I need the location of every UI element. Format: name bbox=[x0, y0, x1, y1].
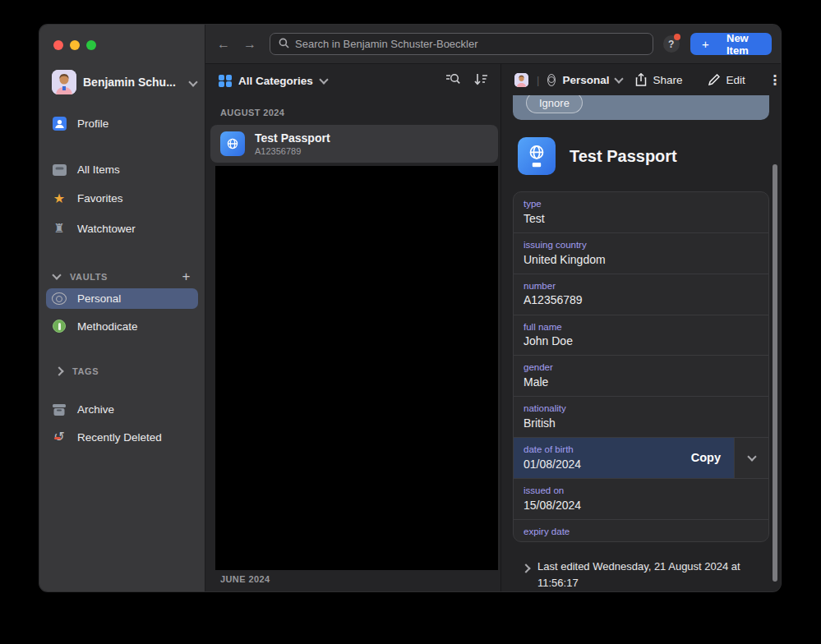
sidebar-item-recently-deleted[interactable]: ↺ Recently Deleted bbox=[46, 426, 198, 448]
search-input[interactable]: Search in Benjamin Schuster-Boeckler bbox=[270, 33, 653, 55]
share-button[interactable]: Share bbox=[635, 73, 682, 86]
scrollbar-thumb[interactable] bbox=[773, 164, 777, 582]
more-options-button[interactable]: ⋮ bbox=[768, 72, 781, 88]
field-value: Test bbox=[524, 211, 759, 226]
vault-label: Methodicate bbox=[77, 320, 138, 333]
field-label: nationality bbox=[524, 402, 759, 416]
share-icon bbox=[635, 73, 647, 86]
sort-icon[interactable] bbox=[474, 73, 487, 89]
last-edited-text: Last edited Wednesday, 21 August 2024 at… bbox=[537, 559, 745, 591]
minimize-window-button[interactable] bbox=[70, 40, 80, 50]
add-vault-button[interactable]: + bbox=[182, 269, 191, 283]
list-section-header: JUNE 2024 bbox=[205, 570, 500, 591]
list-item-subtitle: A12356789 bbox=[255, 146, 330, 156]
field-row-full-name[interactable]: full name John Doe bbox=[514, 315, 768, 356]
sidebar-item-label: Archive bbox=[77, 403, 114, 416]
edit-label: Edit bbox=[726, 74, 745, 86]
field-label: type bbox=[524, 197, 759, 211]
field-label: full name bbox=[524, 320, 759, 334]
field-value: John Doe bbox=[524, 334, 759, 348]
field-row-date-of-birth[interactable]: date of birth 01/08/2024 Copy bbox=[514, 437, 768, 478]
archive-icon bbox=[52, 404, 67, 416]
recently-deleted-icon: ↺ bbox=[52, 430, 67, 444]
field-label: gender bbox=[524, 361, 759, 375]
field-label: issued on bbox=[524, 484, 759, 498]
field-label: number bbox=[524, 279, 759, 293]
sidebar-item-label: Profile bbox=[77, 117, 108, 130]
new-item-button[interactable]: + New Item bbox=[690, 33, 772, 55]
field-options-button[interactable] bbox=[734, 438, 768, 478]
edit-button[interactable]: Edit bbox=[708, 74, 745, 86]
categories-grid-icon bbox=[219, 75, 231, 87]
divider: | bbox=[537, 74, 539, 86]
field-row-issued-on[interactable]: issued on 15/08/2024 bbox=[514, 478, 768, 519]
app-window: Benjamin Schu... Profile All Items bbox=[39, 25, 781, 591]
plus-icon: + bbox=[702, 37, 709, 51]
field-row-gender[interactable]: gender Male bbox=[514, 355, 768, 396]
share-label: Share bbox=[653, 74, 682, 86]
category-filter[interactable]: All Categories bbox=[238, 75, 313, 87]
field-value: 01/08/2024 bbox=[524, 457, 691, 472]
vault-dial-icon bbox=[52, 292, 67, 305]
profile-icon bbox=[52, 117, 67, 131]
new-item-label: New Item bbox=[715, 32, 760, 57]
item-detail-panel: | Personal Share Edit ⋮ bbox=[501, 64, 781, 591]
chevron-down-icon bbox=[615, 74, 624, 83]
field-value: 15/08/2024 bbox=[524, 498, 759, 513]
vault-label: Personal bbox=[77, 292, 121, 305]
field-row-issuing-country[interactable]: issuing country United Kingdom bbox=[514, 232, 768, 274]
sidebar-item-favorites[interactable]: ★ Favorites bbox=[46, 186, 198, 210]
sidebar: Benjamin Schu... Profile All Items bbox=[39, 25, 205, 591]
vaults-section-header[interactable]: VAULTS + bbox=[46, 264, 198, 288]
field-label: expiry date bbox=[524, 525, 759, 539]
desktop-background: Benjamin Schu... Profile All Items bbox=[0, 0, 821, 644]
back-button[interactable]: ← bbox=[217, 37, 230, 52]
fields-card: type Test issuing country United Kingdom… bbox=[513, 191, 769, 542]
tags-section-header[interactable]: TAGS bbox=[46, 361, 198, 381]
sidebar-vault-personal[interactable]: Personal bbox=[46, 288, 198, 309]
detail-vault-selector[interactable]: Personal bbox=[562, 74, 609, 86]
chevron-right-icon bbox=[54, 366, 63, 375]
sidebar-vault-methodicate[interactable]: Methodicate bbox=[46, 315, 198, 337]
sidebar-item-profile[interactable]: Profile bbox=[46, 113, 198, 135]
account-name: Benjamin Schu... bbox=[83, 76, 183, 89]
list-section-header: AUGUST 2024 bbox=[205, 97, 500, 123]
close-window-button[interactable] bbox=[53, 40, 63, 50]
account-switcher[interactable]: Benjamin Schu... bbox=[39, 50, 205, 94]
chevron-down-icon bbox=[319, 75, 328, 84]
list-item-test-passport[interactable]: Test Passport A12356789 bbox=[210, 125, 498, 163]
pencil-icon bbox=[708, 74, 720, 85]
search-icon bbox=[279, 37, 289, 52]
field-row-type[interactable]: type Test bbox=[514, 192, 768, 232]
vault-owner-avatar bbox=[514, 73, 528, 87]
field-row-number[interactable]: number A12356789 bbox=[514, 274, 768, 315]
copy-button[interactable]: Copy bbox=[691, 451, 721, 464]
window-controls bbox=[39, 25, 205, 50]
chevron-down-icon bbox=[188, 77, 197, 86]
sidebar-item-archive[interactable]: Archive bbox=[46, 399, 198, 420]
passport-icon bbox=[518, 137, 556, 175]
sidebar-item-all-items[interactable]: All Items bbox=[46, 159, 198, 180]
last-edited-row[interactable]: Last edited Wednesday, 21 August 2024 at… bbox=[523, 559, 768, 591]
sidebar-item-label: Recently Deleted bbox=[77, 431, 162, 444]
item-title: Test Passport bbox=[570, 147, 677, 166]
field-row-nationality[interactable]: nationality British bbox=[514, 396, 768, 437]
chevron-down-icon bbox=[747, 452, 756, 461]
forward-button[interactable]: → bbox=[243, 37, 256, 52]
vaults-header-label: VAULTS bbox=[70, 272, 108, 282]
vault-dial-icon bbox=[547, 74, 556, 86]
filter-search-icon[interactable] bbox=[446, 73, 460, 89]
watchtower-icon: ♜ bbox=[52, 221, 67, 236]
field-value: British bbox=[524, 416, 759, 430]
redacted-list-area bbox=[215, 166, 498, 570]
field-label: issuing country bbox=[524, 238, 759, 252]
chevron-right-icon bbox=[521, 564, 530, 573]
sidebar-item-watchtower[interactable]: ♜ Watchtower bbox=[46, 217, 198, 240]
methodicate-vault-icon bbox=[53, 320, 66, 333]
help-notification-icon[interactable]: ? bbox=[663, 35, 680, 53]
ignore-button[interactable]: Ignore bbox=[526, 95, 583, 113]
top-toolbar: ← → Search in Benjamin Schuster-Boeckler… bbox=[205, 25, 781, 64]
search-placeholder: Search in Benjamin Schuster-Boeckler bbox=[295, 38, 478, 50]
field-row-expiry-date[interactable]: expiry date 29/08/2024 bbox=[514, 519, 768, 542]
zoom-window-button[interactable] bbox=[86, 40, 96, 50]
